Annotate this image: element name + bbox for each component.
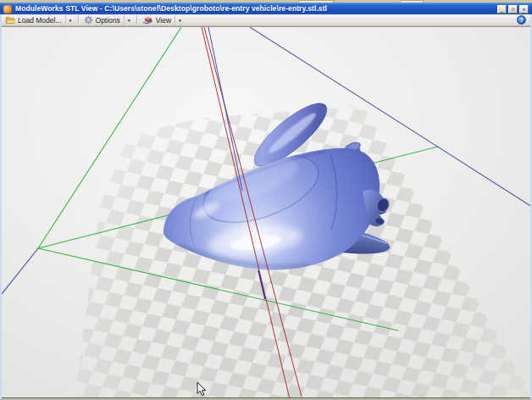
window-controls: _ ❐ ✕	[497, 5, 529, 14]
close-button[interactable]: ✕	[519, 5, 529, 14]
toolbar-separator	[78, 15, 80, 25]
toolbar: Load Model... ▼ Options ▼ View	[2, 14, 530, 26]
app-icon	[3, 5, 12, 14]
options-dropdown[interactable]: ▼	[124, 15, 134, 25]
load-model-button[interactable]: Load Model...	[3, 15, 64, 25]
folder-open-icon	[5, 16, 15, 25]
titlebar[interactable]: ModuleWorks STL View - C:\Users\stonef\D…	[0, 3, 532, 14]
axis-line-indigo-stub	[2, 248, 38, 294]
options-button[interactable]: Options	[82, 15, 122, 25]
view-box-icon	[142, 15, 153, 25]
window-title: ModuleWorks STL View - C:\Users\stonef\D…	[15, 4, 327, 13]
minimize-button[interactable]: _	[497, 5, 507, 14]
view-button[interactable]: View	[141, 15, 173, 25]
toolbar-separator	[136, 15, 138, 25]
stl-scene	[2, 27, 530, 398]
view-dropdown[interactable]: ▼	[175, 15, 185, 25]
gear-icon	[84, 15, 93, 25]
view-label: View	[156, 16, 171, 25]
load-model-dropdown[interactable]: ▼	[65, 15, 75, 25]
maximize-button[interactable]: ❐	[508, 5, 518, 14]
load-model-label: Load Model...	[18, 16, 62, 25]
viewport-3d-canvas[interactable]	[2, 26, 530, 398]
help-button[interactable]: ?	[517, 15, 526, 25]
screen: { "window": { "title": "ModuleWorks STL …	[0, 0, 532, 400]
options-label: Options	[96, 16, 120, 25]
